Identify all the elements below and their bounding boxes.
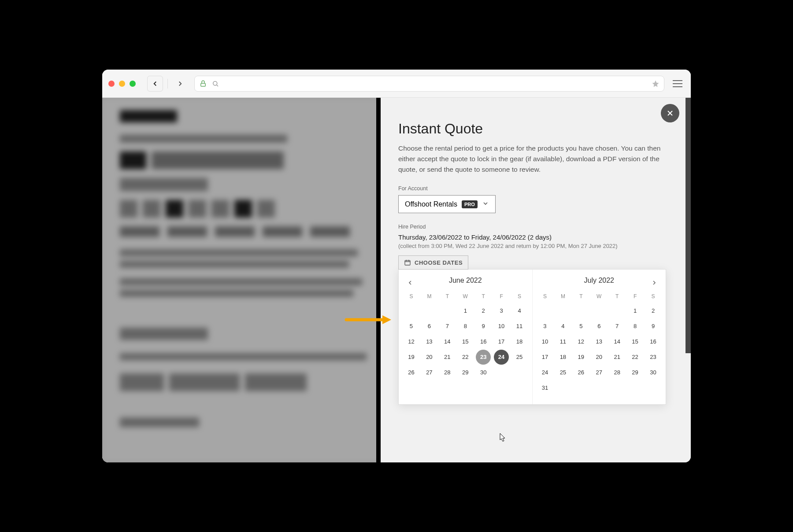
calendar-day[interactable]: 24 xyxy=(493,349,511,365)
calendar-day[interactable]: 6 xyxy=(590,318,608,334)
page-content: Instant Quote Choose the rental period t… xyxy=(102,98,691,462)
calendar-day[interactable]: 25 xyxy=(511,349,529,365)
calendar-day[interactable]: 8 xyxy=(626,318,644,334)
svg-rect-0 xyxy=(201,83,206,86)
calendar-day[interactable]: 10 xyxy=(536,334,554,349)
choose-dates-button[interactable]: CHOOSE DATES xyxy=(398,255,468,270)
calendar-day[interactable]: 25 xyxy=(554,365,572,380)
calendar-day[interactable]: 10 xyxy=(493,318,511,334)
calendar-month-title: June 2022 xyxy=(402,277,529,284)
calendar-day[interactable]: 13 xyxy=(420,334,438,349)
panel-divider xyxy=(376,98,381,462)
next-month-button[interactable] xyxy=(648,277,660,289)
calendar-day[interactable]: 31 xyxy=(536,380,554,395)
calendar-day[interactable]: 1 xyxy=(626,303,644,318)
day-header: F xyxy=(626,290,644,303)
calendar-month: July 2022SMTWTFS123456789101112131415161… xyxy=(532,270,666,404)
panel-description: Choose the rental period to get a price … xyxy=(398,143,664,175)
calendar-day[interactable]: 26 xyxy=(402,365,420,380)
calendar-day[interactable]: 12 xyxy=(572,334,590,349)
calendar-day[interactable]: 24 xyxy=(536,365,554,380)
calendar-day[interactable]: 4 xyxy=(511,303,529,318)
calendar-day[interactable]: 18 xyxy=(554,349,572,365)
calendar-day[interactable]: 9 xyxy=(644,318,662,334)
calendar-day[interactable]: 2 xyxy=(474,303,493,318)
calendar-month-title: July 2022 xyxy=(536,277,663,284)
calendar-day[interactable]: 27 xyxy=(590,365,608,380)
calendar-day[interactable]: 14 xyxy=(438,334,456,349)
calendar-day[interactable]: 19 xyxy=(572,349,590,365)
calendar-day[interactable]: 3 xyxy=(536,318,554,334)
calendar-day[interactable]: 9 xyxy=(474,318,493,334)
window-controls xyxy=(108,81,136,87)
calendar-day[interactable]: 14 xyxy=(608,334,626,349)
hamburger-menu-icon[interactable] xyxy=(671,77,685,91)
svg-rect-2 xyxy=(405,260,410,265)
calendar-day[interactable]: 28 xyxy=(438,365,456,380)
calendar-day[interactable]: 20 xyxy=(420,349,438,365)
calendar-day[interactable]: 8 xyxy=(456,318,474,334)
calendar-day[interactable]: 21 xyxy=(608,349,626,365)
close-panel-button[interactable] xyxy=(661,104,679,122)
address-bar[interactable] xyxy=(194,76,664,92)
day-header: S xyxy=(511,290,529,303)
calendar-day[interactable]: 16 xyxy=(474,334,493,349)
calendar-day[interactable]: 28 xyxy=(608,365,626,380)
maximize-window-icon[interactable] xyxy=(130,81,136,87)
day-header: M xyxy=(420,290,438,303)
calendar-day[interactable]: 19 xyxy=(402,349,420,365)
calendar-day[interactable]: 11 xyxy=(511,318,529,334)
hire-period-sub: (collect from 3:00 PM, Wed 22 June 2022 … xyxy=(398,243,673,249)
browser-window: Instant Quote Choose the rental period t… xyxy=(102,70,691,462)
back-button[interactable] xyxy=(147,76,163,92)
day-header: T xyxy=(572,290,590,303)
bookmark-star-icon[interactable] xyxy=(652,80,660,88)
minimize-window-icon[interactable] xyxy=(119,81,125,87)
search-icon xyxy=(211,80,219,88)
svg-point-1 xyxy=(213,81,217,85)
day-header: S xyxy=(536,290,554,303)
calendar-day[interactable]: 17 xyxy=(493,334,511,349)
account-name: Offshoot Rentals xyxy=(405,200,457,208)
calendar-day[interactable]: 26 xyxy=(572,365,590,380)
calendar-day[interactable]: 27 xyxy=(420,365,438,380)
panel-title: Instant Quote xyxy=(398,121,673,137)
calendar-day[interactable]: 2 xyxy=(644,303,662,318)
calendar-day[interactable]: 23 xyxy=(644,349,662,365)
day-header: M xyxy=(554,290,572,303)
calendar-day[interactable]: 22 xyxy=(456,349,474,365)
calendar-day[interactable]: 7 xyxy=(608,318,626,334)
calendar-grid: SMTWTFS123456789101112131415161718192021… xyxy=(536,290,663,395)
calendar-day[interactable]: 6 xyxy=(420,318,438,334)
calendar-day[interactable]: 4 xyxy=(554,318,572,334)
calendar-day[interactable]: 1 xyxy=(456,303,474,318)
calendar-day[interactable]: 13 xyxy=(590,334,608,349)
day-header: T xyxy=(438,290,456,303)
calendar-day[interactable]: 5 xyxy=(402,318,420,334)
calendar-day[interactable]: 12 xyxy=(402,334,420,349)
calendar-day[interactable]: 29 xyxy=(456,365,474,380)
day-header: W xyxy=(590,290,608,303)
calendar-month: June 2022SMTWTFS123456789101112131415161… xyxy=(399,270,532,404)
calendar-day[interactable]: 30 xyxy=(644,365,662,380)
calendar-day[interactable]: 22 xyxy=(626,349,644,365)
calendar-day[interactable]: 3 xyxy=(493,303,511,318)
calendar-day[interactable]: 18 xyxy=(511,334,529,349)
calendar-day[interactable]: 7 xyxy=(438,318,456,334)
calendar-day[interactable]: 11 xyxy=(554,334,572,349)
calendar-day[interactable]: 30 xyxy=(474,365,493,380)
calendar-day[interactable]: 16 xyxy=(644,334,662,349)
close-window-icon[interactable] xyxy=(108,81,115,87)
prev-month-button[interactable] xyxy=(404,277,416,289)
calendar-day[interactable]: 15 xyxy=(626,334,644,349)
calendar-day[interactable]: 5 xyxy=(572,318,590,334)
calendar-day[interactable]: 15 xyxy=(456,334,474,349)
calendar-day[interactable]: 23 xyxy=(474,349,493,365)
forward-button[interactable] xyxy=(172,76,188,92)
calendar-day[interactable]: 29 xyxy=(626,365,644,380)
calendar-day[interactable]: 17 xyxy=(536,349,554,365)
calendar-day[interactable]: 20 xyxy=(590,349,608,365)
account-select[interactable]: Offshoot Rentals PRO xyxy=(398,195,496,213)
scrollbar[interactable] xyxy=(686,98,691,353)
calendar-day[interactable]: 21 xyxy=(438,349,456,365)
